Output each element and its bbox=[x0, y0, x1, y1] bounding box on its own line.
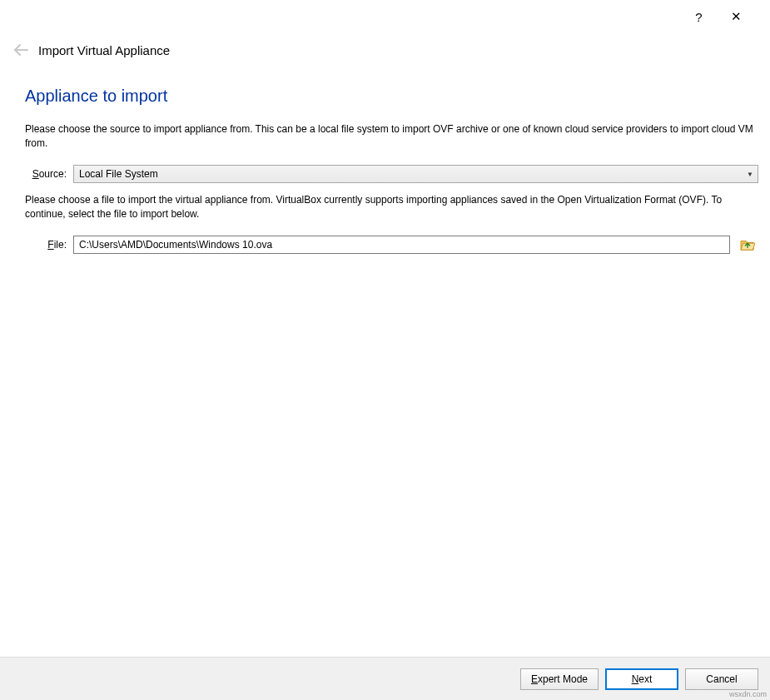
source-label: Source: bbox=[25, 168, 73, 180]
source-select[interactable]: Local File System ▼ bbox=[73, 165, 758, 183]
file-description: Please choose a file to import the virtu… bbox=[25, 193, 758, 222]
wizard-content: Appliance to import Please choose the so… bbox=[0, 67, 770, 657]
file-input-value: C:\Users\AMD\Documents\Windows 10.ova bbox=[79, 239, 272, 251]
expert-mode-button[interactable]: Expert Mode bbox=[520, 668, 599, 690]
back-button[interactable] bbox=[12, 41, 30, 59]
browse-button[interactable] bbox=[737, 236, 758, 254]
source-row: Source: Local File System ▼ bbox=[25, 165, 758, 183]
file-label: File: bbox=[25, 239, 73, 251]
help-icon: ? bbox=[695, 10, 702, 24]
wizard-title: Import Virtual Appliance bbox=[38, 43, 170, 57]
back-arrow-icon bbox=[13, 44, 28, 56]
cancel-button[interactable]: Cancel bbox=[685, 668, 758, 690]
close-icon: ✕ bbox=[731, 10, 742, 22]
file-row: File: C:\Users\AMD\Documents\Windows 10.… bbox=[25, 236, 758, 254]
source-description: Please choose the source to import appli… bbox=[25, 122, 758, 151]
source-select-value: Local File System bbox=[73, 165, 758, 183]
wizard-footer: Expert Mode Next Cancel bbox=[0, 657, 770, 700]
file-input[interactable]: C:\Users\AMD\Documents\Windows 10.ova bbox=[73, 236, 730, 254]
title-bar: ? ✕ bbox=[0, 0, 770, 33]
help-button[interactable]: ? bbox=[680, 4, 718, 29]
watermark: wsxdn.com bbox=[729, 690, 767, 698]
page-heading: Appliance to import bbox=[25, 87, 758, 106]
next-button[interactable]: Next bbox=[605, 668, 678, 690]
close-button[interactable]: ✕ bbox=[718, 4, 755, 29]
folder-open-icon bbox=[740, 238, 755, 251]
chevron-down-icon: ▼ bbox=[747, 170, 753, 177]
wizard-header: Import Virtual Appliance bbox=[0, 33, 770, 67]
